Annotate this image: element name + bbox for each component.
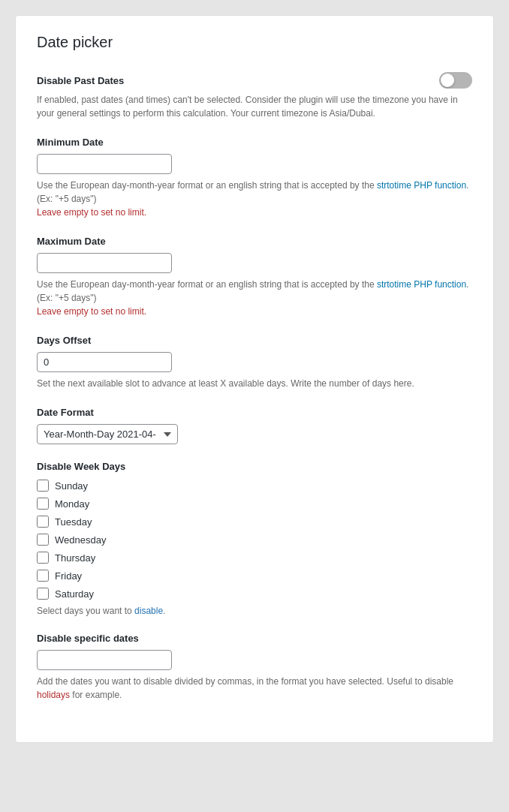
page-title: Date picker [37,34,472,51]
monday-checkbox[interactable] [37,498,49,510]
tuesday-checkbox[interactable] [37,516,49,528]
minimum-date-desc-prefix: Use the European day-month-year format o… [37,180,377,191]
toggle-slider [439,72,472,89]
tuesday-label[interactable]: Tuesday [55,516,92,528]
sunday-checkbox[interactable] [37,480,49,492]
weekday-checkbox-group: Sunday Monday Tuesday Wednesday Thursday… [37,480,472,600]
date-format-select[interactable]: Year-Month-Day 2021-04- Day-Month-Year 0… [37,424,178,444]
days-offset-label: Days Offset [37,335,472,346]
list-item: Saturday [37,588,472,600]
disable-specific-dates-input[interactable] [37,650,172,670]
date-format-section: Date Format Year-Month-Day 2021-04- Day-… [37,407,472,444]
disable-past-dates-label: Disable Past Dates [37,75,124,86]
date-format-label: Date Format [37,407,472,418]
maximum-date-section: Maximum Date Use the European day-month-… [37,236,472,318]
select-days-note-suffix: . [163,606,165,616]
minimum-date-description: Use the European day-month-year format o… [37,179,472,219]
days-offset-section: Days Offset Set the next available slot … [37,335,472,390]
list-item: Monday [37,498,472,510]
maximum-date-description: Use the European day-month-year format o… [37,278,472,318]
days-offset-description: Set the next available slot to advance a… [37,377,472,390]
disable-specific-dates-label: Disable specific dates [37,633,472,644]
disable-past-dates-description: If enabled, past dates (and times) can't… [37,93,472,120]
wednesday-checkbox[interactable] [37,534,49,546]
wednesday-label[interactable]: Wednesday [55,534,106,546]
list-item: Tuesday [37,516,472,528]
select-days-note-prefix: Select days you want to [37,606,134,616]
select-days-note: Select days you want to disable. [37,606,472,616]
list-item: Thursday [37,552,472,564]
minimum-date-input[interactable] [37,154,172,174]
minimum-date-label: Minimum Date [37,137,472,148]
maximum-date-label: Maximum Date [37,236,472,247]
friday-label[interactable]: Friday [55,570,82,582]
disable-week-days-section: Disable Week Days Sunday Monday Tuesday … [37,461,472,616]
disable-week-days-label: Disable Week Days [37,461,472,472]
list-item: Sunday [37,480,472,492]
maximum-date-desc-prefix: Use the European day-month-year format o… [37,279,377,290]
disable-past-dates-section: Disable Past Dates If enabled, past date… [37,72,472,120]
disable-past-dates-header: Disable Past Dates [37,72,472,89]
minimum-date-leave-empty: Leave empty to set no limit. [37,207,146,218]
monday-label[interactable]: Monday [55,498,89,510]
maximum-date-input[interactable] [37,253,172,273]
disable-specific-desc-prefix: Add the dates you want to disable divide… [37,676,453,687]
days-offset-input[interactable] [37,352,172,372]
list-item: Wednesday [37,534,472,546]
maximum-date-leave-empty: Leave empty to set no limit. [37,306,146,317]
saturday-checkbox[interactable] [37,588,49,600]
maximum-date-strtotime-link[interactable]: strtotime PHP function [377,279,466,290]
list-item: Friday [37,570,472,582]
sunday-label[interactable]: Sunday [55,480,88,492]
date-picker-card: Date picker Disable Past Dates If enable… [15,15,494,743]
thursday-checkbox[interactable] [37,552,49,564]
minimum-date-section: Minimum Date Use the European day-month-… [37,137,472,219]
select-days-disable-link: disable [134,606,163,616]
thursday-label[interactable]: Thursday [55,552,95,564]
holidays-link[interactable]: holidays [37,690,70,700]
friday-checkbox[interactable] [37,570,49,582]
saturday-label[interactable]: Saturday [55,588,94,600]
disable-specific-dates-section: Disable specific dates Add the dates you… [37,633,472,702]
minimum-date-strtotime-link[interactable]: strtotime PHP function [377,180,466,191]
disable-specific-desc-suffix: for example. [70,690,122,700]
disable-past-dates-toggle[interactable] [439,72,472,89]
disable-specific-dates-description: Add the dates you want to disable divide… [37,675,472,702]
